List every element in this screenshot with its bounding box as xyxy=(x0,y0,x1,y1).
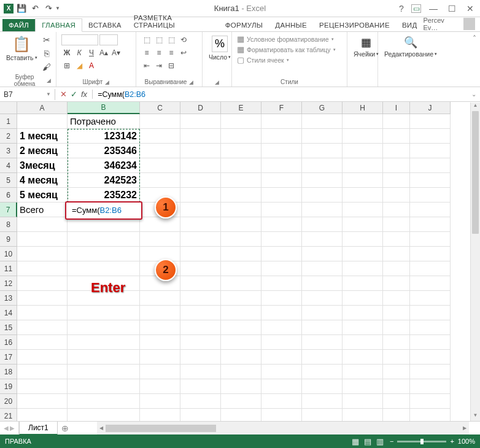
align-top-icon[interactable]: ⬚ xyxy=(141,34,152,45)
row-header-19[interactable]: 19 xyxy=(0,379,17,394)
cell-F11[interactable] xyxy=(261,261,302,276)
cell-D19[interactable] xyxy=(180,379,221,394)
cell-C14[interactable] xyxy=(140,306,180,320)
scroll-right-icon[interactable]: ▶ xyxy=(460,425,469,431)
cell-H1[interactable] xyxy=(343,114,383,129)
number-format-button[interactable]: % Число▾ xyxy=(207,34,232,62)
cell-G18[interactable] xyxy=(302,365,343,379)
normal-view-icon[interactable]: ▦ xyxy=(352,437,359,446)
cell-G19[interactable] xyxy=(302,379,343,394)
col-header-I[interactable]: I xyxy=(383,102,410,114)
cell-I7[interactable] xyxy=(383,203,410,217)
col-header-F[interactable]: F xyxy=(261,102,302,114)
cell-G14[interactable] xyxy=(302,306,343,320)
cell-C13[interactable] xyxy=(140,291,180,306)
zoom-level[interactable]: 100% xyxy=(458,438,475,445)
wrap-text-icon[interactable]: ↩ xyxy=(178,47,189,58)
ribbon-display-icon[interactable]: ▭ xyxy=(411,4,421,13)
cell-H11[interactable] xyxy=(343,261,383,276)
cell-E3[interactable] xyxy=(221,144,261,158)
cell-C19[interactable] xyxy=(140,379,180,394)
cell-B2[interactable]: 123142 xyxy=(68,129,140,144)
cell-D11[interactable] xyxy=(180,261,221,276)
cell-B3[interactable]: 235346 xyxy=(68,144,140,158)
copy-icon[interactable]: ⎘ xyxy=(41,48,52,59)
cell-B17[interactable] xyxy=(68,350,140,365)
cell-G9[interactable] xyxy=(302,232,343,247)
close-icon[interactable]: ✕ xyxy=(462,2,479,15)
cancel-formula-icon[interactable]: ✕ xyxy=(60,90,67,99)
cell-J18[interactable] xyxy=(410,365,451,379)
cell-styles-button[interactable]: ▢Стили ячеек▾ xyxy=(237,55,336,64)
cell-J6[interactable] xyxy=(410,188,451,203)
bold-icon[interactable]: Ж xyxy=(61,47,72,58)
cell-B6[interactable]: 235232 xyxy=(68,188,140,203)
cell-E5[interactable] xyxy=(221,173,261,188)
vscroll-thumb[interactable] xyxy=(472,111,479,234)
cell-J14[interactable] xyxy=(410,306,451,320)
cell-J17[interactable] xyxy=(410,350,451,365)
cell-C9[interactable] xyxy=(140,232,180,247)
cell-D5[interactable] xyxy=(180,173,221,188)
expand-formula-bar-icon[interactable]: ⌄ xyxy=(468,91,480,98)
cell-H15[interactable] xyxy=(343,320,383,335)
save-icon[interactable]: 💾 xyxy=(16,3,27,14)
cell-I9[interactable] xyxy=(383,232,410,247)
merge-icon[interactable]: ⊟ xyxy=(166,60,177,71)
row-header-15[interactable]: 15 xyxy=(0,320,17,335)
cell-A12[interactable] xyxy=(17,276,68,291)
font-dialog-icon[interactable]: ◢ xyxy=(105,79,109,85)
active-cell-content[interactable]: =Сумм(B2:B6 xyxy=(69,204,125,217)
cell-D12[interactable] xyxy=(180,276,221,291)
cell-B10[interactable] xyxy=(68,247,140,261)
cell-B20[interactable] xyxy=(68,394,140,409)
cell-A3[interactable]: 2 месяц xyxy=(17,144,68,158)
redo-icon[interactable]: ↷ xyxy=(43,3,54,14)
name-box[interactable]: B7 ▼ xyxy=(0,89,55,100)
cell-E8[interactable] xyxy=(221,217,261,232)
cell-D7[interactable] xyxy=(180,203,221,217)
undo-icon[interactable]: ↶ xyxy=(29,3,41,14)
cell-H17[interactable] xyxy=(343,350,383,365)
cell-H7[interactable] xyxy=(343,203,383,217)
cell-I1[interactable] xyxy=(383,114,410,129)
cell-E13[interactable] xyxy=(221,291,261,306)
cell-A5[interactable]: 4 месяц xyxy=(17,173,68,188)
cell-J20[interactable] xyxy=(410,394,451,409)
cell-F4[interactable] xyxy=(261,158,302,173)
cell-F9[interactable] xyxy=(261,232,302,247)
scroll-left-icon[interactable]: ◀ xyxy=(97,425,106,431)
row-header-10[interactable]: 10 xyxy=(0,247,17,261)
alignment-dialog-icon[interactable]: ◢ xyxy=(189,79,193,85)
cell-C16[interactable] xyxy=(140,335,180,350)
cell-H4[interactable] xyxy=(343,158,383,173)
cell-F13[interactable] xyxy=(261,291,302,306)
cell-I13[interactable] xyxy=(383,291,410,306)
cell-F10[interactable] xyxy=(261,247,302,261)
cell-H12[interactable] xyxy=(343,276,383,291)
help-icon[interactable]: ? xyxy=(393,2,410,15)
cell-I16[interactable] xyxy=(383,335,410,350)
align-left-icon[interactable]: ≡ xyxy=(141,47,152,58)
align-center-icon[interactable]: ≡ xyxy=(153,47,165,58)
cell-F7[interactable] xyxy=(261,203,302,217)
row-header-2[interactable]: 2 xyxy=(0,129,17,144)
tab-review[interactable]: РЕЦЕНЗИРОВАНИЕ xyxy=(313,19,396,31)
cell-G7[interactable] xyxy=(302,203,343,217)
cell-F19[interactable] xyxy=(261,379,302,394)
cell-G16[interactable] xyxy=(302,335,343,350)
cell-H9[interactable] xyxy=(343,232,383,247)
insert-function-icon[interactable]: fx xyxy=(81,90,87,99)
row-header-3[interactable]: 3 xyxy=(0,144,17,158)
cell-J12[interactable] xyxy=(410,276,451,291)
cell-D14[interactable] xyxy=(180,306,221,320)
scroll-up-icon[interactable]: ▲ xyxy=(471,102,480,111)
align-right-icon[interactable]: ≡ xyxy=(166,47,177,58)
cell-D17[interactable] xyxy=(180,350,221,365)
increase-indent-icon[interactable]: ⇥ xyxy=(153,60,165,71)
cell-D13[interactable] xyxy=(180,291,221,306)
tab-data[interactable]: ДАННЫЕ xyxy=(269,19,313,31)
cell-E1[interactable] xyxy=(221,114,261,129)
col-header-H[interactable]: H xyxy=(343,102,383,114)
cell-B5[interactable]: 242523 xyxy=(68,173,140,188)
